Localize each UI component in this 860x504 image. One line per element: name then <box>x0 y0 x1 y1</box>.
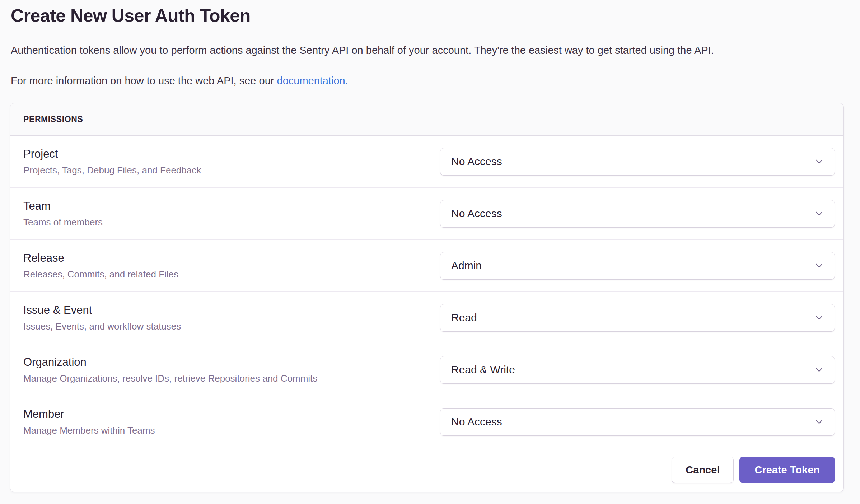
select-value: Read & Write <box>451 364 515 376</box>
permission-name: Member <box>23 407 155 421</box>
permission-description: Issues, Events, and workflow statuses <box>23 321 181 332</box>
select-value: No Access <box>451 155 502 168</box>
permission-row-member: Member Manage Members within Teams No Ac… <box>10 396 843 448</box>
select-value: No Access <box>451 416 502 428</box>
permission-row-issue-event: Issue & Event Issues, Events, and workfl… <box>10 292 843 344</box>
page-title: Create New User Auth Token <box>11 5 860 27</box>
select-value: Read <box>451 312 477 324</box>
permission-row-project: Project Projects, Tags, Debug Files, and… <box>10 136 843 188</box>
permissions-header-label: PERMISSIONS <box>23 115 83 124</box>
intro-text: Authentication tokens allow you to perfo… <box>11 44 860 57</box>
issue-event-access-select[interactable]: Read <box>440 304 835 332</box>
project-access-select[interactable]: No Access <box>440 148 835 176</box>
permission-description: Teams of members <box>23 216 103 228</box>
permission-row-organization: Organization Manage Organizations, resol… <box>10 344 843 396</box>
member-access-select[interactable]: No Access <box>440 408 835 436</box>
more-info-suffix: . <box>345 75 348 87</box>
select-value: Admin <box>451 260 482 272</box>
permission-row-release: Release Releases, Commits, and related F… <box>10 240 843 292</box>
chevron-down-icon <box>814 208 824 219</box>
permission-row-team: Team Teams of members No Access <box>10 188 843 240</box>
create-auth-token-page: Create New User Auth Token Authenticatio… <box>0 0 860 504</box>
more-info-prefix: For more information on how to use the w… <box>11 75 277 87</box>
team-access-select[interactable]: No Access <box>440 200 835 228</box>
permission-name: Issue & Event <box>23 303 181 317</box>
documentation-link[interactable]: documentation <box>277 75 345 87</box>
chevron-down-icon <box>814 416 824 427</box>
permission-name: Project <box>23 147 201 161</box>
create-token-button[interactable]: Create Token <box>739 457 835 483</box>
permission-description: Manage Members within Teams <box>23 425 155 437</box>
permission-name: Organization <box>23 355 317 369</box>
permission-description: Releases, Commits, and related Files <box>23 269 178 280</box>
permissions-panel: PERMISSIONS Project Projects, Tags, Debu… <box>10 103 844 492</box>
chevron-down-icon <box>814 364 824 375</box>
permissions-panel-header: PERMISSIONS <box>10 103 843 136</box>
more-info-text: For more information on how to use the w… <box>11 74 860 87</box>
chevron-down-icon <box>814 156 824 167</box>
release-access-select[interactable]: Admin <box>440 252 835 280</box>
organization-access-select[interactable]: Read & Write <box>440 356 835 384</box>
cancel-button[interactable]: Cancel <box>672 457 734 483</box>
permission-description: Projects, Tags, Debug Files, and Feedbac… <box>23 164 201 176</box>
permission-name: Team <box>23 199 103 213</box>
panel-footer: Cancel Create Token <box>10 448 843 492</box>
chevron-down-icon <box>814 260 824 271</box>
permission-description: Manage Organizations, resolve IDs, retri… <box>23 373 317 384</box>
chevron-down-icon <box>814 312 824 323</box>
permission-name: Release <box>23 251 178 265</box>
select-value: No Access <box>451 207 502 220</box>
